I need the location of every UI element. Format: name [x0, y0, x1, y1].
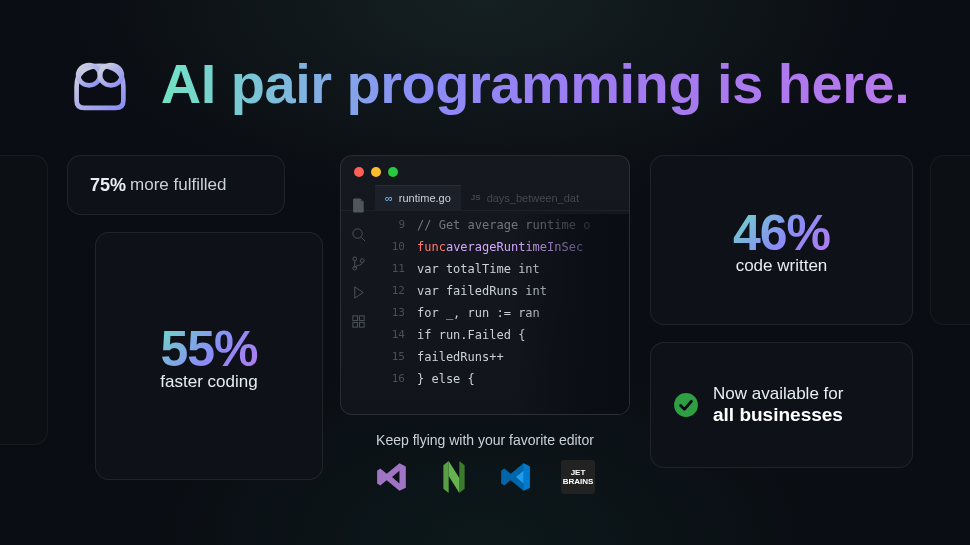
stat-card-written: 46% code written — [650, 155, 913, 325]
stat-card-fulfilled: 75% more fulfilled — [67, 155, 285, 215]
activity-bar — [341, 188, 375, 414]
ghost-card-right — [930, 155, 970, 325]
js-icon: JS — [471, 193, 481, 202]
stat-label: faster coding — [160, 372, 257, 392]
svg-line-6 — [361, 237, 365, 241]
svg-point-4 — [674, 393, 698, 417]
tab-label: days_between_dat — [487, 192, 579, 204]
jetbrains-icon: JET BRAINS — [561, 460, 595, 494]
stat-pct: 55% — [160, 320, 257, 378]
editors-caption: Keep flying with your favorite editor — [340, 432, 630, 448]
svg-point-7 — [352, 257, 356, 261]
tab-active[interactable]: ∞ runtime.go — [375, 185, 461, 210]
stat-label: code written — [736, 256, 828, 276]
tab-label: runtime.go — [399, 192, 451, 204]
debug-icon — [351, 285, 366, 300]
minimize-dot-icon — [371, 167, 381, 177]
availability-card: Now available for all businesses — [650, 342, 913, 468]
svg-point-5 — [352, 229, 361, 238]
traffic-lights — [341, 156, 629, 185]
code-editor-preview: ∞ runtime.go JS days_between_dat 9// Get… — [340, 155, 630, 415]
svg-rect-12 — [352, 322, 357, 327]
code-content: 9// Get average runtime o10func averageR… — [375, 214, 629, 414]
extensions-icon — [351, 314, 366, 329]
stat-label: more fulfilled — [130, 175, 226, 195]
zoom-dot-icon — [388, 167, 398, 177]
hero-title: AI pair programming is here. — [161, 51, 909, 116]
copilot-icon — [61, 44, 139, 122]
svg-point-9 — [360, 259, 364, 263]
stat-card-faster: 55% faster coding — [95, 232, 323, 480]
avail-line1: Now available for — [713, 384, 843, 404]
stat-pct: 75% — [90, 175, 126, 196]
ghost-card-left — [0, 155, 48, 445]
files-icon — [351, 198, 366, 213]
search-icon — [351, 227, 366, 242]
go-icon: ∞ — [385, 192, 393, 204]
vscode-icon — [499, 460, 533, 494]
svg-rect-11 — [359, 316, 364, 321]
svg-rect-10 — [352, 316, 357, 321]
hero: AI pair programming is here. — [0, 44, 970, 122]
tab-inactive[interactable]: JS days_between_dat — [461, 185, 589, 210]
visual-studio-icon — [375, 460, 409, 494]
avail-line2: all businesses — [713, 404, 843, 426]
svg-rect-13 — [359, 322, 364, 327]
check-icon — [673, 392, 699, 418]
editors-row: JET BRAINS — [340, 460, 630, 494]
stat-pct: 46% — [733, 204, 830, 262]
branch-icon — [351, 256, 366, 271]
close-dot-icon — [354, 167, 364, 177]
neovim-icon — [437, 460, 471, 494]
editor-tabs: ∞ runtime.go JS days_between_dat — [341, 185, 629, 211]
